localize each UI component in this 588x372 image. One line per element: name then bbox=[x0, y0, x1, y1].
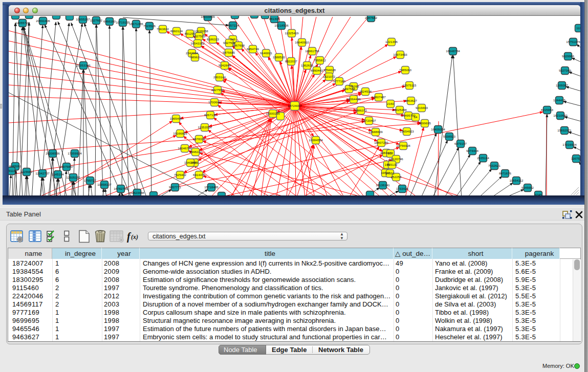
svg-text:1244415: 1244415 bbox=[553, 98, 566, 102]
svg-text:1588520: 1588520 bbox=[273, 55, 286, 59]
svg-text:1145194: 1145194 bbox=[52, 172, 64, 176]
svg-text:7515526: 7515526 bbox=[143, 24, 156, 28]
svg-text:18300295: 18300295 bbox=[266, 112, 280, 115]
svg-text:39114: 39114 bbox=[9, 169, 16, 172]
svg-text:8186323: 8186323 bbox=[207, 37, 220, 41]
svg-text:2160: 2160 bbox=[387, 102, 394, 105]
svg-text:7955812: 7955812 bbox=[314, 58, 326, 62]
svg-text:5938923: 5938923 bbox=[443, 135, 456, 138]
svg-text:9448222: 9448222 bbox=[189, 150, 202, 154]
svg-text:881305: 881305 bbox=[269, 17, 280, 20]
svg-text:9777169: 9777169 bbox=[333, 79, 346, 83]
svg-text:3624534: 3624534 bbox=[359, 90, 372, 93]
svg-text:8678332: 8678332 bbox=[193, 137, 206, 141]
svg-text:15751074: 15751074 bbox=[566, 40, 580, 43]
svg-text:2803144: 2803144 bbox=[213, 75, 226, 79]
svg-text:2087682: 2087682 bbox=[365, 16, 378, 19]
svg-text:1795727: 1795727 bbox=[84, 179, 97, 182]
svg-text:8990443: 8990443 bbox=[311, 69, 323, 72]
svg-text:10807487: 10807487 bbox=[372, 95, 386, 99]
svg-text:10025458: 10025458 bbox=[393, 108, 407, 112]
svg-text:9219403: 9219403 bbox=[416, 106, 428, 110]
svg-text:116753: 116753 bbox=[571, 157, 580, 160]
svg-text:10655267: 10655267 bbox=[76, 17, 90, 21]
svg-text:16046788: 16046788 bbox=[178, 146, 192, 150]
svg-text:7357224: 7357224 bbox=[227, 24, 239, 27]
svg-text:9857771: 9857771 bbox=[169, 185, 182, 189]
svg-text:18724007: 18724007 bbox=[288, 104, 302, 107]
svg-text:9242848: 9242848 bbox=[219, 63, 231, 67]
svg-text:12505155: 12505155 bbox=[66, 176, 80, 179]
svg-text:12975115: 12975115 bbox=[402, 83, 417, 87]
svg-text:20206556: 20206556 bbox=[46, 151, 60, 155]
svg-text:7632621: 7632621 bbox=[488, 164, 501, 167]
svg-text:20053346: 20053346 bbox=[76, 63, 91, 67]
svg-text:(x): (x) bbox=[131, 233, 138, 240]
svg-text:9699695: 9699695 bbox=[419, 121, 431, 125]
svg-text:11325419: 11325419 bbox=[285, 31, 299, 35]
svg-text:15136141: 15136141 bbox=[376, 183, 390, 187]
svg-text:6879197: 6879197 bbox=[454, 142, 467, 145]
svg-text:9165061: 9165061 bbox=[9, 164, 22, 168]
svg-text:15692971: 15692971 bbox=[557, 128, 572, 132]
svg-text:18807249: 18807249 bbox=[374, 141, 388, 144]
svg-text:1527602: 1527602 bbox=[90, 18, 103, 22]
svg-text:14055724: 14055724 bbox=[15, 21, 30, 25]
svg-text:10756928: 10756928 bbox=[396, 144, 410, 147]
svg-text:16648784: 16648784 bbox=[446, 49, 460, 53]
svg-text:1209387: 1209387 bbox=[556, 83, 569, 87]
svg-text:6497568: 6497568 bbox=[343, 87, 356, 91]
svg-text:11353554: 11353554 bbox=[198, 125, 212, 129]
svg-text:415132: 415132 bbox=[387, 163, 398, 166]
svg-text:12823448: 12823448 bbox=[130, 191, 144, 194]
svg-text:9146821: 9146821 bbox=[260, 51, 273, 55]
svg-text:15718485: 15718485 bbox=[204, 185, 219, 189]
svg-text:2055724: 2055724 bbox=[23, 16, 36, 16]
svg-text:546: 546 bbox=[230, 37, 236, 41]
svg-text:16033809: 16033809 bbox=[201, 16, 215, 18]
svg-text:252254: 252254 bbox=[391, 175, 402, 179]
svg-text:8427552: 8427552 bbox=[211, 88, 224, 92]
svg-text:19384554: 19384554 bbox=[309, 138, 323, 142]
svg-text:13226058: 13226058 bbox=[194, 29, 208, 33]
svg-text:1621072: 1621072 bbox=[323, 75, 336, 78]
svg-text:16640910: 16640910 bbox=[295, 40, 309, 44]
svg-text:6466160: 6466160 bbox=[103, 19, 116, 23]
svg-text:867: 867 bbox=[388, 151, 394, 155]
svg-text:19218506: 19218506 bbox=[274, 24, 289, 27]
svg-text:1221396: 1221396 bbox=[385, 40, 398, 43]
svg-text:15720407: 15720407 bbox=[362, 119, 376, 122]
svg-text:10958107: 10958107 bbox=[97, 183, 112, 186]
svg-text:7886372: 7886372 bbox=[355, 108, 367, 112]
svg-text:7485063: 7485063 bbox=[399, 68, 412, 72]
svg-text:9327503: 9327503 bbox=[193, 34, 206, 38]
svg-text:1700648: 1700648 bbox=[208, 100, 221, 104]
svg-text:24851: 24851 bbox=[385, 171, 395, 175]
svg-text:8215953: 8215953 bbox=[541, 108, 554, 112]
svg-text:10973493: 10973493 bbox=[393, 53, 407, 56]
svg-text:7625402: 7625402 bbox=[174, 173, 187, 177]
svg-text:20364436: 20364436 bbox=[346, 97, 361, 101]
svg-text:12342737: 12342737 bbox=[35, 171, 50, 175]
svg-text:1115682: 1115682 bbox=[20, 170, 33, 173]
svg-text:7663822: 7663822 bbox=[157, 27, 169, 31]
svg-text:16120746: 16120746 bbox=[389, 157, 403, 161]
svg-text:16543362: 16543362 bbox=[190, 41, 205, 45]
svg-text:17359924: 17359924 bbox=[68, 151, 82, 155]
svg-text:9474444: 9474444 bbox=[466, 149, 479, 152]
svg-text:16961758: 16961758 bbox=[305, 49, 319, 53]
svg-text:98961: 98961 bbox=[190, 55, 200, 59]
svg-text:2867608: 2867608 bbox=[232, 43, 245, 47]
svg-text:10654112: 10654112 bbox=[509, 179, 524, 182]
svg-text:20691406: 20691406 bbox=[36, 19, 50, 23]
svg-text:5875685: 5875685 bbox=[223, 51, 235, 54]
svg-text:16409354: 16409354 bbox=[431, 127, 445, 131]
svg-text:2342004: 2342004 bbox=[186, 51, 199, 55]
svg-text:8471676: 8471676 bbox=[499, 171, 512, 175]
svg-text:9329966: 9329966 bbox=[562, 54, 575, 58]
svg-text:17016504: 17016504 bbox=[562, 143, 577, 146]
svg-text:9227349: 9227349 bbox=[559, 69, 572, 72]
svg-text:10688609: 10688609 bbox=[368, 130, 383, 134]
svg-text:8322037: 8322037 bbox=[285, 59, 298, 63]
svg-text:1733426: 1733426 bbox=[396, 187, 409, 190]
